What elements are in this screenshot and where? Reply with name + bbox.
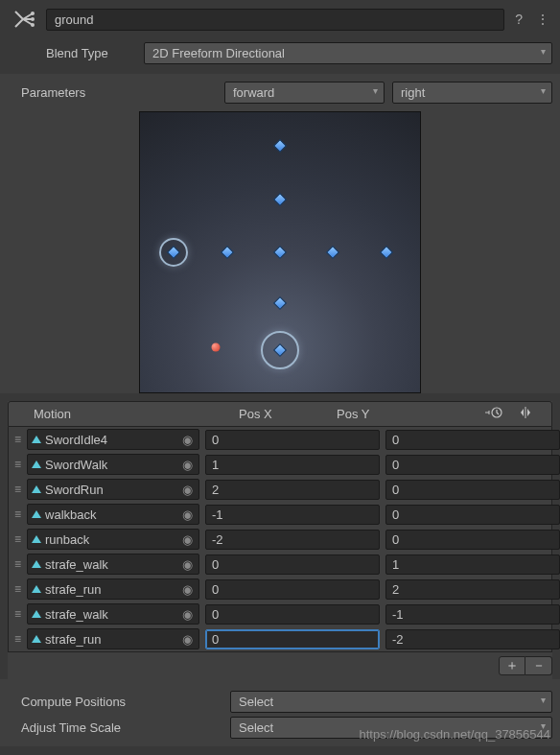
motion-field[interactable]: SwordRun◉ (27, 479, 199, 500)
drag-handle[interactable]: ≡ (14, 532, 21, 546)
motion-name: walkback (45, 507, 175, 522)
object-picker-icon[interactable]: ◉ (179, 606, 195, 622)
drag-handle[interactable]: ≡ (14, 433, 21, 446)
drag-handle[interactable]: ≡ (14, 483, 21, 496)
posx-input[interactable] (205, 629, 380, 649)
table-header: Motion Pos X Pos Y (8, 401, 552, 427)
posx-input[interactable] (205, 579, 380, 600)
posx-input[interactable] (205, 554, 380, 575)
col-posx: Pos X (239, 407, 331, 421)
posy-input[interactable] (385, 505, 560, 525)
blend-type-dropdown[interactable]: 2D Freeform Directional (144, 42, 552, 64)
motion-name: SwordWalk (45, 458, 175, 472)
animclip-icon (32, 460, 41, 468)
table-row: ≡SwordIdle4◉ (8, 427, 552, 452)
posy-input[interactable] (385, 480, 560, 500)
posy-input[interactable] (385, 530, 560, 550)
drag-handle[interactable]: ≡ (14, 632, 21, 646)
table-row: ≡SwordWalk◉ (8, 452, 552, 477)
param-y-dropdown[interactable]: right (392, 82, 552, 104)
compute-positions-dropdown[interactable]: Select (230, 691, 552, 713)
motion-field[interactable]: walkback◉ (27, 504, 199, 525)
animclip-icon (32, 535, 41, 543)
blend-point[interactable] (273, 192, 287, 205)
blend-point[interactable] (273, 246, 287, 259)
animclip-icon (32, 610, 41, 618)
blend-point[interactable] (326, 246, 339, 259)
posy-input[interactable] (385, 579, 560, 600)
animclip-icon (32, 485, 41, 493)
menu-icon[interactable]: ⋮ (533, 12, 552, 27)
posx-input[interactable] (205, 455, 380, 475)
blendtree-name-input[interactable] (46, 9, 504, 31)
posx-input[interactable] (205, 604, 380, 625)
selection-ring (261, 331, 299, 369)
blend-point[interactable] (273, 139, 287, 153)
object-picker-icon[interactable]: ◉ (179, 531, 195, 547)
posx-input[interactable] (205, 480, 380, 500)
posy-input[interactable] (385, 629, 560, 649)
blend-point[interactable] (273, 295, 287, 309)
blend-graph[interactable] (139, 111, 421, 393)
motion-field[interactable]: SwordIdle4◉ (27, 429, 199, 450)
blend-point[interactable] (220, 246, 233, 259)
posx-input[interactable] (205, 505, 380, 525)
blend-type-row: Blend Type 2D Freeform Directional (0, 38, 560, 74)
posy-input[interactable] (385, 604, 560, 625)
object-picker-icon[interactable]: ◉ (179, 631, 195, 647)
animclip-icon (32, 585, 41, 593)
motion-name: strafe_run (45, 582, 175, 597)
object-picker-icon[interactable]: ◉ (179, 457, 195, 472)
svg-point-0 (31, 12, 35, 15)
object-picker-icon[interactable]: ◉ (179, 482, 195, 497)
table-row: ≡runback◉ (8, 527, 552, 552)
animclip-icon (32, 560, 41, 568)
blend-point[interactable] (380, 246, 393, 259)
table-row: ≡strafe_run◉✓ (8, 626, 552, 652)
object-picker-icon[interactable]: ◉ (179, 507, 195, 522)
add-button[interactable]: ＋ (499, 656, 525, 675)
drag-handle[interactable]: ≡ (14, 557, 21, 571)
posx-input[interactable] (205, 530, 380, 550)
adjust-time-dropdown[interactable]: Select (230, 717, 552, 739)
parameters-label: Parameters (21, 85, 217, 100)
posy-input[interactable] (385, 554, 560, 575)
bottom-section: Compute Positions Select Adjust Time Sca… (0, 679, 560, 746)
col-timescale (434, 406, 511, 422)
graph-container (0, 111, 560, 393)
motion-field[interactable]: SwordWalk◉ (27, 454, 199, 475)
svg-point-2 (31, 23, 35, 27)
compute-positions-label: Compute Positions (21, 695, 222, 709)
header-bar: ? ⋮ (0, 0, 560, 38)
col-mirror (517, 406, 534, 422)
table-row: ≡strafe_walk◉✓ (8, 602, 552, 626)
posy-input[interactable] (385, 455, 560, 475)
help-icon[interactable]: ? (512, 12, 525, 27)
object-picker-icon[interactable]: ◉ (179, 556, 195, 572)
posx-input[interactable] (205, 430, 380, 450)
posy-input[interactable] (385, 430, 560, 450)
animclip-icon (32, 635, 41, 643)
drag-handle[interactable]: ≡ (14, 607, 21, 621)
drag-handle[interactable]: ≡ (14, 582, 21, 596)
motion-name: strafe_walk (45, 607, 175, 622)
sample-point[interactable] (211, 343, 220, 352)
drag-handle[interactable]: ≡ (14, 458, 21, 471)
motion-field[interactable]: runback◉ (27, 529, 199, 550)
svg-point-1 (31, 17, 35, 21)
drag-handle[interactable]: ≡ (14, 507, 21, 521)
motion-field[interactable]: strafe_run◉ (27, 578, 199, 600)
motion-field[interactable]: strafe_walk◉ (27, 554, 199, 575)
timescale-icon (434, 406, 503, 419)
motion-field[interactable]: strafe_walk◉ (27, 603, 199, 625)
animclip-icon (32, 436, 41, 443)
parameters-row: Parameters forward right (0, 74, 560, 111)
adjust-time-label: Adjust Time Scale (21, 720, 222, 735)
param-x-dropdown[interactable]: forward (224, 82, 385, 104)
object-picker-icon[interactable]: ◉ (179, 432, 195, 447)
blendtree-icon (8, 4, 38, 35)
motion-field[interactable]: strafe_run◉ (27, 628, 199, 649)
motion-name: SwordIdle4 (45, 433, 175, 447)
object-picker-icon[interactable]: ◉ (179, 581, 195, 597)
remove-button[interactable]: － (525, 656, 552, 675)
